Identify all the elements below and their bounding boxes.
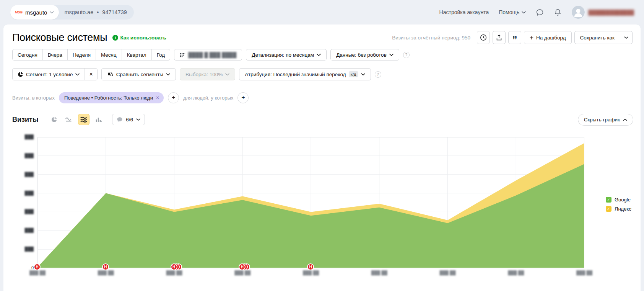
counter-name: msgauto: [25, 9, 47, 16]
segment-button-group: Сегмент: 1 условие ×: [12, 68, 98, 80]
chevron-up-icon: [623, 118, 627, 121]
period-yesterday[interactable]: Вчера: [42, 49, 67, 60]
chevron-down-icon: [166, 73, 170, 76]
data-mode-dropdown[interactable]: Данные: без роботов: [330, 49, 399, 60]
date-range-button[interactable]: ████ █ ███ ████: [174, 49, 242, 60]
export-button[interactable]: [493, 31, 506, 44]
user-menu[interactable]: █████████████: [572, 6, 634, 19]
note-marker[interactable]: Н: [171, 263, 184, 273]
how-to-use-label: Как использовать: [120, 35, 166, 41]
visits-summary-label: Визиты за отчётный период:: [392, 35, 460, 41]
period-month[interactable]: Месяц: [96, 49, 122, 60]
info-icon: i: [112, 35, 118, 41]
period-today[interactable]: Сегодня: [13, 49, 42, 60]
chart-type-switcher: [48, 114, 104, 125]
metrics-visibility-dropdown[interactable]: 6/6: [112, 114, 145, 125]
sampling-label: Выборка: 100%: [185, 72, 223, 77]
hide-chart-button[interactable]: Скрыть график: [578, 114, 633, 126]
remove-condition-icon[interactable]: ×: [156, 95, 159, 101]
account-settings-link[interactable]: Настройка аккаунта: [439, 9, 489, 15]
note-marker[interactable]: Н: [239, 263, 252, 273]
visits-summary-value: 950: [462, 35, 471, 41]
chart-legend: ✓ Google ✓ Яндекс: [606, 197, 631, 215]
chevron-down-icon: [225, 73, 229, 76]
detail-dropdown[interactable]: Детализация: по месяцам: [246, 49, 327, 60]
period-week[interactable]: Неделя: [67, 49, 96, 60]
metrics-count-label: 6/6: [126, 117, 133, 123]
clock-icon: [480, 34, 487, 41]
comment-bubble-icon: [117, 117, 123, 123]
dashboard-label: На дашборд: [536, 35, 566, 41]
attribution-label: Атрибуция: Последний значимый переход: [245, 72, 346, 77]
msgauto-logo-icon: MSG: [15, 10, 23, 14]
report-card: [3, 25, 641, 291]
checkbox-checked-icon[interactable]: ✓: [606, 206, 611, 212]
save-as-button[interactable]: Сохранить как: [575, 31, 620, 44]
legend-item-google[interactable]: ✓ Google: [606, 197, 631, 203]
chart-type-columns[interactable]: [93, 114, 104, 125]
compare-segments-dropdown[interactable]: Сравнить сегменты: [101, 68, 176, 80]
counter-meta[interactable]: msgauto.ae • 94714739: [59, 9, 133, 15]
column-chart-icon: [95, 116, 102, 123]
export-icon: [496, 34, 503, 41]
segment-condition-chip[interactable]: Поведение • Роботность: Только люди ×: [59, 92, 164, 103]
add-visit-condition-button[interactable]: +: [168, 92, 179, 103]
visits-in-which-label: Визиты, в которых: [12, 95, 55, 101]
legend-label: Google: [615, 197, 631, 203]
segment-clear-button[interactable]: ×: [85, 69, 97, 80]
counter-switcher[interactable]: MSG msgauto: [10, 5, 59, 20]
save-as-split-button: Сохранить как: [574, 31, 633, 44]
chevron-down-icon: [50, 11, 54, 14]
note-marker[interactable]: Н: [102, 263, 116, 273]
bell-icon: [554, 8, 562, 16]
help-icon[interactable]: ?: [403, 52, 410, 58]
chart-type-line[interactable]: [63, 114, 75, 125]
line-chart-icon: [65, 116, 73, 123]
note-marker[interactable]: Н: [34, 263, 47, 273]
schedule-button[interactable]: [477, 31, 490, 44]
date-range-redacted: ████ █ ███ ████: [188, 52, 236, 58]
topbar-right: Настройка аккаунта Помощь █████████████: [439, 6, 634, 19]
hide-chart-label: Скрыть график: [584, 117, 620, 123]
how-to-use-link[interactable]: i Как использовать: [112, 35, 166, 41]
chart-type-stacked-area[interactable]: [78, 114, 89, 125]
compare-label: Сравнить сегменты: [116, 72, 163, 77]
note-icon: Н: [34, 263, 41, 270]
feedback-button[interactable]: [536, 8, 544, 16]
segment-dropdown[interactable]: Сегмент: 1 условие: [13, 69, 85, 80]
help-icon[interactable]: ?: [375, 71, 381, 78]
chart-type-pie[interactable]: [48, 114, 60, 125]
note-marker[interactable]: Н: [307, 263, 321, 273]
note-icon: Н: [307, 263, 314, 270]
attribution-dropdown[interactable]: Атрибуция: Последний значимый переход к/…: [239, 68, 371, 80]
save-as-menu-toggle[interactable]: [620, 31, 632, 44]
detail-label: Детализация: по месяцам: [252, 52, 314, 58]
counter-id: 94714739: [102, 9, 127, 15]
segment-filter-row: Сегмент: 1 условие × Сравнить сегменты В…: [12, 68, 381, 80]
period-quarter[interactable]: Квартал: [122, 49, 151, 60]
sampling-dropdown[interactable]: Выборка: 100%: [180, 68, 235, 80]
legend-label: Яндекс: [615, 206, 631, 212]
checkbox-checked-icon[interactable]: ✓: [606, 197, 611, 203]
counter-site: msgauto.ae: [64, 9, 93, 15]
chat-bubble-icon: [536, 8, 544, 16]
calendar-grid-icon: [180, 52, 185, 58]
period-year[interactable]: Год: [151, 49, 170, 60]
visits-summary: Визиты за отчётный период: 950: [392, 35, 470, 41]
period-filter-row: Сегодня Вчера Неделя Месяц Квартал Год █…: [12, 49, 410, 60]
chevron-down-icon: [317, 54, 321, 56]
annotations-button[interactable]: ”: [508, 31, 521, 44]
user-email-redacted: █████████████: [588, 10, 634, 15]
counter-chip[interactable]: MSG msgauto msgauto.ae • 94714739: [10, 5, 134, 20]
chevron-down-icon: [522, 11, 526, 14]
segment-label: Сегмент: 1 условие: [26, 72, 73, 77]
notifications-button[interactable]: [554, 8, 562, 16]
legend-item-yandex[interactable]: ✓ Яндекс: [606, 206, 631, 212]
chart-header: Визиты 6/6 Скрыть график: [12, 113, 633, 126]
help-menu[interactable]: Помощь: [499, 9, 526, 15]
chevron-down-icon: [136, 118, 140, 121]
add-people-condition-button[interactable]: +: [237, 92, 249, 103]
add-to-dashboard-button[interactable]: + На дашборд: [524, 31, 571, 44]
title-group: Поисковые системы i Как использовать: [12, 32, 166, 44]
segment-condition-label: Поведение • Роботность: Только люди: [64, 95, 153, 101]
